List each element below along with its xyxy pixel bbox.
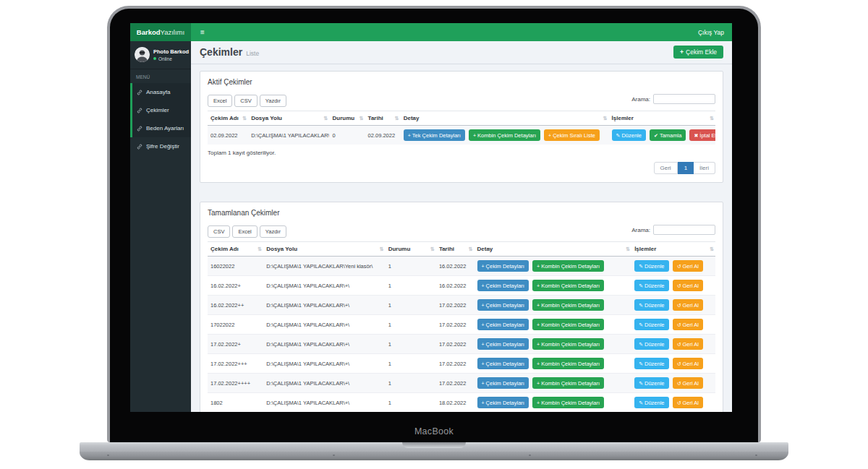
kombin-cekim-detaylari-button[interactable]: +Kombin Çekim Detayları <box>532 338 604 350</box>
duzenle-button[interactable]: ✎Düzenle <box>634 280 668 291</box>
geri-al-button[interactable]: ↺Geri Al <box>673 338 703 350</box>
sidebar-toggle-icon[interactable]: ≡ <box>200 29 205 36</box>
brand-thin: Yazılımı <box>161 28 185 36</box>
cekim-detaylari-button[interactable]: +Çekim Detayları <box>477 377 529 389</box>
search-input[interactable] <box>653 225 715 235</box>
sort-icon[interactable]: ⇅ <box>626 246 630 252</box>
sort-icon[interactable]: ⇅ <box>710 116 714 121</box>
column-header[interactable]: Tarihi⇅ <box>436 242 475 257</box>
sort-icon[interactable]: ⇅ <box>242 116 247 121</box>
column-header[interactable]: Dosya Yolu⇅ <box>263 242 385 257</box>
cell-durumu: 1 <box>386 374 436 393</box>
duzenle-button[interactable]: ✎Düzenle <box>634 397 668 408</box>
table-row: 02.09.2022 D:\ÇALIŞMA\1 YAPILACAKLAR\+\ … <box>208 126 715 145</box>
column-header[interactable]: Dosya Yolu⇅ <box>248 111 329 126</box>
add-cekim-button[interactable]: +Çekim Ekle <box>673 46 723 59</box>
sort-icon[interactable]: ⇅ <box>258 246 262 252</box>
geri-al-button[interactable]: ↺Geri Al <box>673 280 703 291</box>
records-count-text: Toplam 1 kayıt gösteriliyor. <box>208 150 276 156</box>
duzenle-button[interactable]: ✎Düzenle <box>634 319 668 330</box>
cekim-detaylari-button[interactable]: +Çekim Detayları <box>477 358 529 369</box>
cekim-sirali-liste-button[interactable]: +Çekim Sıralı Liste <box>544 129 600 141</box>
duzenle-button[interactable]: ✎Düzenle <box>634 260 668 272</box>
geri-al-button[interactable]: ↺Geri Al <box>673 319 703 330</box>
sidebar-item-beden-ayarlari[interactable]: Beden Ayarları <box>130 119 191 137</box>
cell-tarihi: 17.02.2022 <box>436 315 475 335</box>
kombin-cekim-detaylari-button[interactable]: +Kombin Çekim Detayları <box>532 358 604 369</box>
kombin-cekim-detaylari-button[interactable]: +Kombin Çekim Detayları <box>532 280 604 291</box>
cell-durumu: 1 <box>386 276 436 296</box>
sidebar-section-label: MENÜ <box>130 69 191 83</box>
tamamla-button[interactable]: ✔Tamamla <box>650 129 686 141</box>
panel-title: Aktif Çekimler <box>208 78 715 86</box>
column-header[interactable]: İşlemler⇅ <box>609 111 715 126</box>
cell-tarihi: 17.02.2022 <box>436 296 475 315</box>
column-header[interactable]: Tarihi⇅ <box>365 111 401 126</box>
cekim-detaylari-button[interactable]: +Çekim Detayları <box>477 319 529 330</box>
sort-icon[interactable]: ⇅ <box>710 246 714 252</box>
cekim-detaylari-button[interactable]: +Çekim Detayları <box>477 260 529 272</box>
export-button[interactable]: Yazdır <box>260 225 286 238</box>
export-button[interactable]: CSV <box>208 225 230 238</box>
edit-icon: ✎ <box>639 303 643 308</box>
plus-icon: + <box>482 342 485 347</box>
link-icon <box>137 90 142 95</box>
export-button[interactable]: CSV <box>234 95 257 107</box>
user-panel: Photo Barkod Online <box>130 41 191 69</box>
column-header[interactable]: Detay⇅ <box>475 242 632 257</box>
column-header[interactable]: Detay⇅ <box>401 111 609 126</box>
sort-icon[interactable]: ⇅ <box>359 116 364 121</box>
export-button[interactable]: Excel <box>208 95 232 107</box>
geri-al-button[interactable]: ↺Geri Al <box>673 377 703 389</box>
duzenle-button[interactable]: ✎Düzenle <box>612 129 646 141</box>
sort-icon[interactable]: ⇅ <box>603 116 608 121</box>
kombin-cekim-detaylari-button[interactable]: +Kombin Çekim Detayları <box>532 397 604 408</box>
column-header[interactable]: Çekim Adı⇅ <box>208 111 248 126</box>
kombin-cekim-detaylari-button[interactable]: +Kombin Çekim Detayları <box>532 299 604 311</box>
column-header[interactable]: Durumu⇅ <box>386 242 436 257</box>
sort-icon[interactable]: ⇅ <box>469 246 473 252</box>
duzenle-button[interactable]: ✎Düzenle <box>634 377 668 389</box>
geri-al-button[interactable]: ↺Geri Al <box>673 260 703 272</box>
kombin-cekim-detaylari-button[interactable]: +Kombin Çekim Detayları <box>532 319 604 330</box>
sidebar-item-anasayfa[interactable]: Anasayfa <box>130 83 191 101</box>
pagination-prev-button[interactable]: Geri <box>654 162 678 174</box>
cell-islemler: ✎Düzenle ↺Geri Al <box>631 257 715 276</box>
kombin-cekim-detaylari-button[interactable]: +Kombin Çekim Detayları <box>532 260 604 272</box>
sort-icon[interactable]: ⇅ <box>430 246 435 252</box>
logout-link[interactable]: Çıkış Yap <box>698 29 724 36</box>
geri-al-button[interactable]: ↺Geri Al <box>673 397 703 408</box>
sort-icon[interactable]: ⇅ <box>324 116 328 121</box>
edit-icon: ✎ <box>639 322 643 327</box>
iptal-et-button[interactable]: ✖İptal Et <box>689 129 715 141</box>
column-header[interactable]: Durumu⇅ <box>329 111 365 126</box>
kombin-cekim-detaylari-button[interactable]: +Kombin Çekim Detayları <box>532 377 604 389</box>
sidebar-item-cekimler[interactable]: Çekimler <box>130 101 191 119</box>
sort-icon[interactable]: ⇅ <box>395 116 399 121</box>
cekim-detaylari-button[interactable]: +Çekim Detayları <box>477 299 529 311</box>
sidebar-item-sifre-degistir[interactable]: Şifre Değiştir <box>130 137 191 155</box>
table-row: 17.02.2022++++ D:\ÇALIŞMA\1 YAPILACAKLAR… <box>208 374 715 393</box>
edit-icon: ✎ <box>639 342 643 347</box>
duzenle-button[interactable]: ✎Düzenle <box>634 358 668 369</box>
duzenle-button[interactable]: ✎Düzenle <box>634 299 668 311</box>
geri-al-button[interactable]: ↺Geri Al <box>673 358 703 369</box>
online-dot-icon <box>153 57 156 60</box>
kombin-cekim-detaylari-button[interactable]: +Kombin Çekim Detayları <box>469 129 540 141</box>
column-header[interactable]: İşlemler⇅ <box>631 242 715 257</box>
sort-icon[interactable]: ⇅ <box>380 246 384 252</box>
search-input[interactable] <box>653 94 715 104</box>
column-header[interactable]: Çekim Adı⇅ <box>208 242 263 257</box>
cekim-detaylari-button[interactable]: +Çekim Detayları <box>477 280 529 291</box>
geri-al-button[interactable]: ↺Geri Al <box>673 299 703 311</box>
plus-icon: + <box>537 400 540 405</box>
brand-logo[interactable]: BarkodYazılımı <box>130 23 191 41</box>
pagination-page-1-button[interactable]: 1 <box>678 162 694 174</box>
duzenle-button[interactable]: ✎Düzenle <box>634 338 668 350</box>
tek-cekim-detaylari-button[interactable]: +Tek Çekim Detayları <box>404 129 465 141</box>
cekim-detaylari-button[interactable]: +Çekim Detayları <box>477 397 529 408</box>
pagination-next-button[interactable]: İleri <box>694 162 715 174</box>
export-button[interactable]: Yazdır <box>260 95 286 107</box>
cekim-detaylari-button[interactable]: +Çekim Detayları <box>477 338 529 350</box>
export-button[interactable]: Excel <box>232 225 257 238</box>
